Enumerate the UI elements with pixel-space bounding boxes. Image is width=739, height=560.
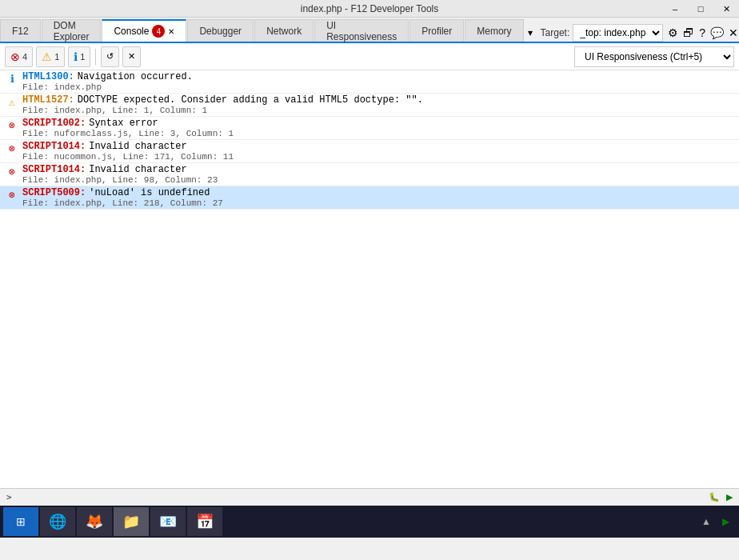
tab-f12-label: F12: [12, 26, 29, 37]
log-content: SCRIPT1014: Invalid character File: nuco…: [19, 141, 734, 162]
log-type-icon: ℹ: [5, 73, 19, 86]
log-content: SCRIPT1014: Invalid character File: inde…: [19, 164, 734, 185]
clear-button[interactable]: ✕: [122, 46, 141, 67]
status-right: 🐛 ▶: [709, 492, 733, 502]
refresh-button[interactable]: ↺: [101, 46, 119, 67]
detach-icon[interactable]: 🗗: [683, 26, 694, 39]
log-type-icon: ⊗: [5, 166, 19, 178]
tab-dom-explorer[interactable]: DOM Explorer: [42, 19, 102, 42]
title-bar: index.php - F12 Developer Tools – □ ✕: [0, 0, 739, 18]
bug-icon[interactable]: 🐛: [709, 492, 720, 502]
status-bar: > 🐛 ▶: [0, 488, 739, 506]
info-count: 1: [80, 52, 85, 62]
taskbar-start[interactable]: ⊞: [3, 507, 38, 536]
log-message: Invalid character: [89, 164, 186, 175]
close-devtools-icon[interactable]: ✕: [729, 26, 738, 39]
clear-icon: ✕: [128, 51, 135, 62]
log-type-icon: ⊗: [5, 142, 19, 155]
toolbar: ⊗ 4 ⚠ 1 ℹ 1 ↺ ✕ UI Responsiveness (Ctrl+…: [0, 43, 739, 70]
log-file: File: index.php, Line: 218, Column: 27: [22, 198, 734, 208]
log-type-icon: ⚠: [5, 96, 19, 109]
console-log-area[interactable]: ℹ HTML1300: Navigation occurred. File: i…: [0, 70, 739, 488]
tab-network[interactable]: Network: [254, 19, 314, 42]
tab-bar: F12 DOM Explorer Console 4 ✕ Debugger Ne…: [0, 18, 739, 43]
log-code: SCRIPT1002:: [22, 118, 86, 129]
taskbar-right: ▲ ▶: [698, 514, 736, 529]
tab-f12[interactable]: F12: [0, 19, 41, 42]
log-code: SCRIPT1014:: [22, 164, 86, 175]
tab-network-label: Network: [266, 26, 302, 37]
error-count: 4: [22, 52, 27, 62]
title-text: index.php - F12 Developer Tools: [301, 3, 439, 14]
warn-filter-button[interactable]: ⚠ 1: [36, 46, 65, 67]
log-content: SCRIPT1002: Syntax error File: nuformcla…: [19, 118, 734, 138]
log-code: SCRIPT1014:: [22, 141, 86, 152]
close-button[interactable]: ✕: [713, 0, 739, 18]
log-content: HTML1300: Navigation occurred. File: ind…: [19, 71, 734, 92]
tab-profiler-label: Profiler: [421, 26, 452, 37]
tab-dom-label: DOM Explorer: [54, 20, 90, 42]
log-message: Syntax error: [89, 118, 158, 129]
info-filter-button[interactable]: ℹ 1: [68, 46, 90, 67]
taskbar-app-1[interactable]: 🌐: [40, 507, 75, 536]
log-file: File: index.php: [22, 82, 734, 92]
warn-count: 1: [54, 52, 59, 62]
tab-memory[interactable]: Memory: [465, 19, 523, 42]
error-icon: ⊗: [10, 50, 20, 63]
tab-profiler[interactable]: Profiler: [409, 19, 464, 42]
tab-ui-responsiveness[interactable]: UI Responsiveness: [314, 19, 409, 42]
window-controls: – □ ✕: [662, 0, 739, 18]
log-code: HTML1300:: [22, 71, 74, 82]
tab-console[interactable]: Console 4 ✕: [102, 19, 186, 42]
help-icon[interactable]: ?: [699, 26, 705, 39]
tab-ui-label: UI Responsiveness: [326, 20, 397, 42]
taskbar-app-4[interactable]: 📧: [150, 507, 186, 536]
ui-responsiveness-dropdown: UI Responsiveness (Ctrl+5): [574, 46, 734, 67]
log-entry-4[interactable]: ⊗ SCRIPT1014: Invalid character File: in…: [0, 163, 739, 186]
toolbar-separator: [95, 49, 96, 65]
log-code: HTML1527:: [22, 94, 74, 106]
tab-debugger-label: Debugger: [199, 26, 242, 37]
log-entry-2[interactable]: ⊗ SCRIPT1002: Syntax error File: nuformc…: [0, 117, 739, 140]
error-filter-button[interactable]: ⊗ 4: [5, 46, 33, 67]
log-file: File: nuformclass.js, Line: 3, Column: 1: [22, 129, 734, 138]
taskbar-app-5[interactable]: 📅: [187, 507, 222, 536]
settings-icon[interactable]: ⚙: [668, 26, 678, 39]
log-code: SCRIPT5009:: [22, 187, 86, 198]
tab-debugger[interactable]: Debugger: [187, 19, 254, 42]
log-file: File: index.php, Line: 98, Column: 23: [22, 175, 734, 185]
log-entry-1[interactable]: ⚠ HTML1527: DOCTYPE expected. Consider a…: [0, 94, 739, 117]
maximize-button[interactable]: □: [688, 0, 713, 18]
taskbar-app-3[interactable]: 📁: [114, 507, 149, 536]
log-entry-3[interactable]: ⊗ SCRIPT1014: Invalid character File: nu…: [0, 140, 739, 163]
taskbar-up-icon[interactable]: ▲: [698, 514, 714, 529]
console-tab-close[interactable]: ✕: [168, 27, 174, 36]
tab-console-label: Console: [114, 26, 149, 37]
taskbar-play-icon[interactable]: ▶: [719, 514, 733, 529]
log-file: File: index.php, Line: 1, Column: 1: [22, 106, 734, 115]
log-type-icon: ⊗: [5, 119, 19, 132]
log-message: DOCTYPE expected. Consider adding a vali…: [78, 94, 423, 106]
log-content: SCRIPT5009: 'nuLoad' is undefined File: …: [19, 187, 734, 208]
log-entry-5[interactable]: ⊗ SCRIPT5009: 'nuLoad' is undefined File…: [0, 186, 739, 210]
taskbar-app-2[interactable]: 🦊: [77, 507, 112, 536]
target-label: Target:: [541, 27, 570, 38]
log-message: 'nuLoad' is undefined: [89, 187, 210, 198]
feedback-icon[interactable]: 💬: [710, 26, 724, 39]
taskbar: ⊞ 🌐 🦊 📁 📧 📅 ▲ ▶: [0, 506, 739, 538]
tab-more-button[interactable]: ▾: [525, 26, 536, 40]
log-content: HTML1527: DOCTYPE expected. Consider add…: [19, 94, 734, 115]
console-badge: 4: [152, 25, 165, 38]
log-file: File: nucommon.js, Line: 171, Column: 11: [22, 152, 734, 162]
log-message: Invalid character: [89, 141, 186, 152]
log-message: Navigation occurred.: [78, 71, 193, 82]
log-type-icon: ⊗: [5, 189, 19, 202]
ui-responsiveness-select[interactable]: UI Responsiveness (Ctrl+5): [574, 46, 734, 67]
play-icon[interactable]: ▶: [726, 492, 733, 502]
info-icon: ℹ: [74, 50, 78, 63]
target-select[interactable]: _top: index.php: [573, 24, 663, 42]
minimize-button[interactable]: –: [662, 0, 688, 18]
warn-icon: ⚠: [42, 50, 52, 63]
log-entry-0[interactable]: ℹ HTML1300: Navigation occurred. File: i…: [0, 70, 739, 94]
refresh-icon: ↺: [106, 51, 114, 62]
